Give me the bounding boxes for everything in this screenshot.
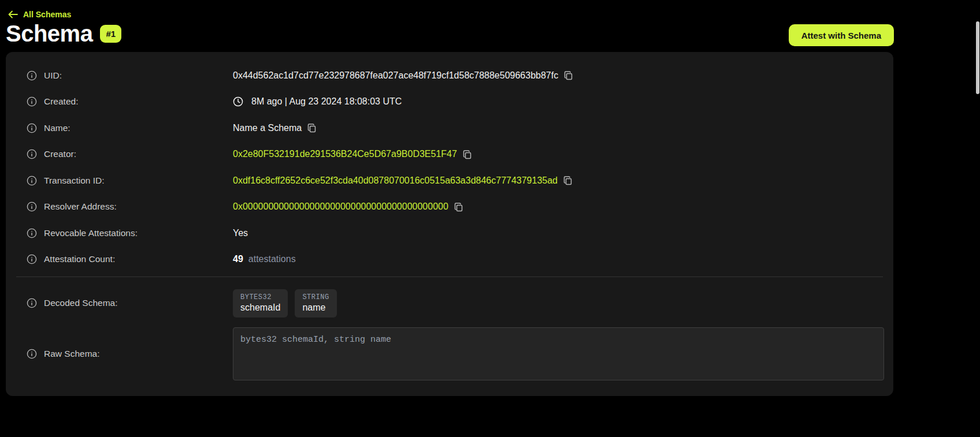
info-icon (27, 201, 37, 212)
schema-id-badge: #1 (100, 25, 121, 43)
field-name: name (302, 302, 325, 312)
row-label: Resolver Address: (44, 201, 117, 212)
resolver-address-row: Resolver Address: 0x00000000000000000000… (6, 194, 893, 221)
name-value: Name a Schema (233, 123, 302, 133)
schema-field-chip: BYTES32 schemaId (233, 289, 288, 318)
uid-value: 0x44d562ac1d7cd77e232978687fea027ace48f7… (233, 70, 558, 81)
created-row: Created: 8M ago | Aug 23 2024 18:08:03 U… (6, 89, 893, 115)
copy-icon[interactable] (454, 202, 463, 212)
vertical-scrollbar-thumb[interactable] (976, 21, 979, 94)
creator-address-link[interactable]: 0x2e80F532191de291536B24Ce5D67a9B0D3E51F… (233, 149, 457, 159)
back-arrow-icon (8, 10, 18, 18)
copy-icon[interactable] (307, 123, 317, 133)
row-label: Revocable Attestations: (44, 228, 138, 238)
attestation-count-row: Attestation Count: 49 attestations (6, 246, 893, 273)
transaction-id-row: Transaction ID: 0xdf16c8cff2652c6ce52f3c… (6, 167, 893, 194)
row-label: Creator: (44, 149, 76, 159)
copy-icon[interactable] (462, 150, 472, 159)
section-divider (16, 277, 883, 277)
info-icon (27, 228, 37, 238)
resolver-address-link[interactable]: 0x00000000000000000000000000000000000000… (233, 201, 448, 212)
created-value: 8M ago | Aug 23 2024 18:08:03 UTC (251, 96, 402, 107)
page-title-row: Schema #1 (6, 21, 121, 47)
row-label: Raw Schema: (44, 349, 99, 359)
schema-detail-card: UID: 0x44d562ac1d7cd77e232978687fea027ac… (6, 52, 893, 396)
raw-schema-row: Raw Schema: bytes32 schemaId, string nam… (6, 327, 893, 380)
attestations-link[interactable]: attestations (248, 254, 296, 264)
info-icon (27, 96, 37, 107)
row-label: Decoded Schema: (44, 298, 118, 308)
creator-row: Creator: 0x2e80F532191de291536B24Ce5D67a… (6, 141, 893, 168)
attestation-count-value: 49 (233, 254, 243, 264)
back-link-label: All Schemas (23, 10, 71, 19)
copy-icon[interactable] (563, 70, 573, 80)
field-type: BYTES32 (240, 293, 280, 301)
row-label: Name: (44, 123, 70, 133)
clock-icon (233, 96, 243, 107)
page-title: Schema (6, 21, 92, 47)
info-icon (27, 298, 37, 308)
decoded-schema-row: Decoded Schema: BYTES32 schemaId STRING … (6, 286, 893, 320)
uid-row: UID: 0x44d562ac1d7cd77e232978687fea027ac… (6, 62, 893, 89)
info-icon (27, 349, 37, 359)
row-label: Attestation Count: (44, 254, 115, 264)
revocable-value: Yes (233, 228, 248, 238)
field-name: schemaId (240, 302, 280, 312)
info-icon (27, 149, 37, 159)
info-icon (27, 70, 37, 81)
revocable-attestations-row: Revocable Attestations: Yes (6, 220, 893, 246)
field-type: STRING (302, 293, 329, 301)
row-label: Transaction ID: (44, 175, 105, 186)
raw-schema-textarea[interactable]: bytes32 schemaId, string name (233, 327, 884, 380)
info-icon (27, 175, 37, 186)
row-label: Created: (44, 96, 78, 107)
decoded-schema-chips: BYTES32 schemaId STRING name (233, 289, 337, 318)
schema-field-chip: STRING name (295, 289, 336, 318)
info-icon (27, 123, 37, 133)
all-schemas-back-link[interactable]: All Schemas (8, 10, 71, 19)
attest-with-schema-button[interactable]: Attest with Schema (789, 24, 894, 46)
row-label: UID: (44, 70, 62, 81)
transaction-id-link[interactable]: 0xdf16c8cff2652c6ce52f3cda40d0878070016c… (233, 175, 558, 186)
info-icon (27, 254, 37, 264)
name-row: Name: Name a Schema (6, 115, 893, 141)
copy-icon[interactable] (563, 175, 573, 185)
